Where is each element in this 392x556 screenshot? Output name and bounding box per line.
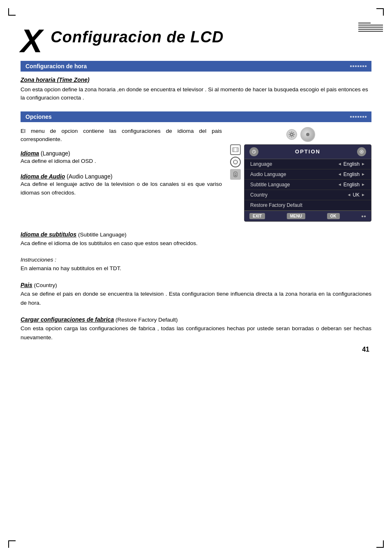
osd-exit-btn: EXIT	[249, 213, 265, 219]
idioma-subtitulos-section: Idioma de subtitulos (Subtitle Language)…	[21, 230, 371, 248]
svg-rect-11	[235, 175, 236, 175]
osd-footer-icons: ●●	[361, 214, 366, 218]
osd-header: OPTION	[244, 145, 371, 159]
section-bar-hora: Configuracion de hora	[21, 61, 371, 72]
opciones-section: El menu de opcion contiene las configura…	[21, 127, 371, 222]
svg-point-15	[361, 151, 362, 153]
section-bar-opciones-title: Opciones	[25, 114, 52, 120]
osd-header-icon2	[357, 147, 366, 156]
cargar-subtitle: (Restore Factory Default)	[115, 317, 178, 323]
zona-horaria-section: Zona horaria (Time Zone) Con esta opcion…	[21, 76, 371, 102]
page-header: X Configuracion de LCD	[21, 21, 371, 53]
idioma-subtitulos-text: Aca define el idioma de los subtitulos e…	[21, 239, 371, 248]
idioma-section: Idioma (Language) Aca define el idioma d…	[21, 150, 222, 166]
page-number: 41	[362, 346, 369, 353]
pais-section: Pais (Country) Aca se define el pais en …	[21, 280, 371, 308]
pais-subtitle: (Country)	[34, 282, 57, 288]
page-title: Configuracion de LCD	[51, 28, 224, 46]
section-bar-opciones: Opciones	[21, 111, 371, 122]
idioma-title: Idioma	[21, 150, 39, 157]
idioma-subtitle: (Language)	[41, 150, 70, 157]
svg-point-0	[291, 133, 293, 136]
osd-menu: OPTION Language	[244, 144, 371, 222]
osd-row-country: Country ◄ UK ►	[244, 190, 371, 200]
icons-and-menu: OPTION Language	[230, 144, 371, 222]
osd-row-audio-language: Audio Language ◄ English ►	[244, 169, 371, 180]
pais-title: Pais	[21, 282, 32, 288]
opciones-right-col: OPTION Language	[230, 127, 371, 222]
left-icons-col	[230, 144, 241, 180]
instrucciones-label: Instrucciones :	[21, 257, 56, 263]
cargar-title: Cargar configuraciones de fabrica	[21, 316, 114, 323]
corner-mark-br	[376, 540, 384, 548]
section-bar-dots	[350, 65, 367, 67]
osd-header-icon	[249, 147, 258, 156]
svg-rect-12	[235, 176, 236, 176]
opciones-left-col: El menu de opcion contiene las configura…	[21, 127, 222, 205]
idioma-audio-text: Aca define el lenguaje activo de la tele…	[21, 180, 222, 197]
pais-text: Aca se define el pais en donde se encuen…	[21, 290, 371, 307]
idioma-audio-section: Idioma de Audio (Audio Language) Aca def…	[21, 173, 222, 197]
disc-icon	[300, 127, 315, 142]
idioma-audio-subtitle: (Audio Language)	[67, 173, 112, 180]
osd-title: OPTION	[258, 148, 357, 155]
section-bar-opciones-dots	[350, 116, 367, 118]
osd-row-language: Language ◄ English ►	[244, 159, 371, 169]
instrucciones-section: Instrucciones : En alemania no hay subti…	[21, 255, 371, 273]
cargar-text: Con esta opcion carga las configuracione…	[21, 324, 371, 342]
remote-icon	[230, 169, 241, 180]
zona-horaria-title: Zona horaria (Time Zone)	[21, 76, 371, 83]
idioma-subtitulos-title: Idioma de subtitulos	[21, 231, 76, 238]
cargar-section: Cargar configuraciones de fabrica (Resto…	[21, 315, 371, 342]
osd-ok-btn: OK	[327, 213, 340, 219]
osd-footer: EXIT MENU OK ●●	[244, 211, 371, 221]
zona-horaria-text: Con esta opcion define la zona horaria ,…	[21, 86, 371, 102]
svg-rect-1	[233, 148, 238, 152]
idioma-audio-title: Idioma de Audio	[21, 173, 65, 180]
idioma-subtitulos-subtitle: (Subtitle Language)	[78, 232, 127, 238]
idioma-text: Aca define el idioma del OSD .	[21, 157, 222, 166]
media-icon	[230, 144, 241, 155]
nav-icon	[230, 157, 241, 167]
osd-menu-btn: MENU	[287, 213, 305, 219]
osd-row-subtitle-language: Subtitle Language ◄ English ►	[244, 180, 371, 190]
svg-point-10	[235, 173, 236, 174]
settings-icon	[286, 129, 297, 140]
x-logo: X	[21, 25, 42, 58]
opciones-intro: El menu de opcion contiene las configura…	[21, 127, 222, 144]
remote-top-icons	[286, 127, 315, 142]
instrucciones-text: En alemania no hay subtitulos en el TDT.	[21, 264, 371, 273]
osd-row-restore: Restore Factory Default	[244, 200, 371, 211]
svg-rect-9	[234, 172, 237, 177]
corner-mark-bl	[8, 540, 16, 548]
section-bar-hora-title: Configuracion de hora	[25, 63, 87, 70]
